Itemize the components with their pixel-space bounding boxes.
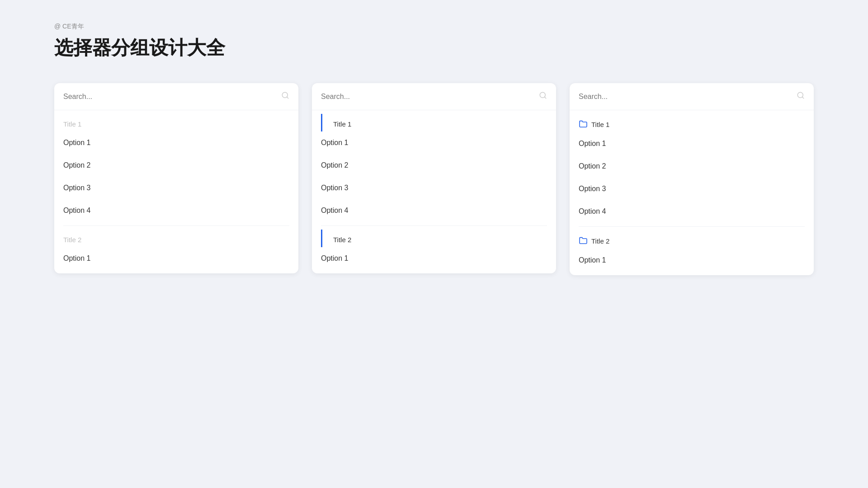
option-item-1-1-1[interactable]: Option 1 <box>54 131 298 154</box>
search-input-3[interactable] <box>579 93 797 101</box>
option-item-1-2-1[interactable]: Option 1 <box>54 247 298 270</box>
search-bar-2 <box>312 83 556 110</box>
folder-icon <box>579 120 588 129</box>
group-title-2-1: Title 1 <box>321 114 556 131</box>
search-icon <box>539 91 547 102</box>
option-item-2-1-2[interactable]: Option 2 <box>312 154 556 177</box>
svg-line-3 <box>544 97 546 98</box>
brand-label: @ CE青年 <box>54 23 814 31</box>
option-item-2-2-1[interactable]: Option 1 <box>312 247 556 270</box>
search-bar-1 <box>54 83 298 110</box>
card-2: Title 1Option 1Option 2Option 3Option 4T… <box>312 83 556 273</box>
search-bar-3 <box>570 83 814 110</box>
option-item-2-1-1[interactable]: Option 1 <box>312 131 556 154</box>
group-title-text-3-1: Title 1 <box>591 121 609 128</box>
cards-container: Title 1Option 1Option 2Option 3Option 4T… <box>54 83 814 275</box>
divider <box>321 225 547 226</box>
option-item-1-1-3[interactable]: Option 3 <box>54 177 298 199</box>
list-body-1: Title 1Option 1Option 2Option 3Option 4T… <box>54 110 298 273</box>
svg-line-5 <box>802 97 803 98</box>
group-title-3-1: Title 1 <box>570 114 814 132</box>
search-input-1[interactable] <box>63 93 281 101</box>
search-icon <box>797 91 805 102</box>
page-title: 选择器分组设计大全 <box>54 35 814 61</box>
option-item-3-2-1[interactable]: Option 1 <box>570 249 814 272</box>
search-icon <box>281 91 289 102</box>
group-title-2-2: Title 2 <box>321 230 556 247</box>
svg-line-1 <box>287 97 288 98</box>
divider <box>579 226 805 227</box>
card-1: Title 1Option 1Option 2Option 3Option 4T… <box>54 83 298 273</box>
group-title-1-2: Title 2 <box>54 230 298 247</box>
search-input-2[interactable] <box>321 93 539 101</box>
option-item-2-1-3[interactable]: Option 3 <box>312 177 556 199</box>
option-item-3-1-1[interactable]: Option 1 <box>570 132 814 155</box>
option-item-3-1-3[interactable]: Option 3 <box>570 178 814 200</box>
option-item-3-1-2[interactable]: Option 2 <box>570 155 814 178</box>
divider <box>63 225 289 226</box>
group-title-3-2: Title 2 <box>570 230 814 249</box>
group-title-1-1: Title 1 <box>54 114 298 131</box>
group-title-text-3-2: Title 2 <box>591 237 609 245</box>
option-item-3-1-4[interactable]: Option 4 <box>570 200 814 223</box>
card-3: Title 1Option 1Option 2Option 3Option 4 … <box>570 83 814 275</box>
folder-icon <box>579 237 588 245</box>
option-item-1-1-2[interactable]: Option 2 <box>54 154 298 177</box>
list-body-2: Title 1Option 1Option 2Option 3Option 4T… <box>312 110 556 273</box>
option-item-2-1-4[interactable]: Option 4 <box>312 199 556 222</box>
list-body-3: Title 1Option 1Option 2Option 3Option 4 … <box>570 110 814 275</box>
option-item-1-1-4[interactable]: Option 4 <box>54 199 298 222</box>
